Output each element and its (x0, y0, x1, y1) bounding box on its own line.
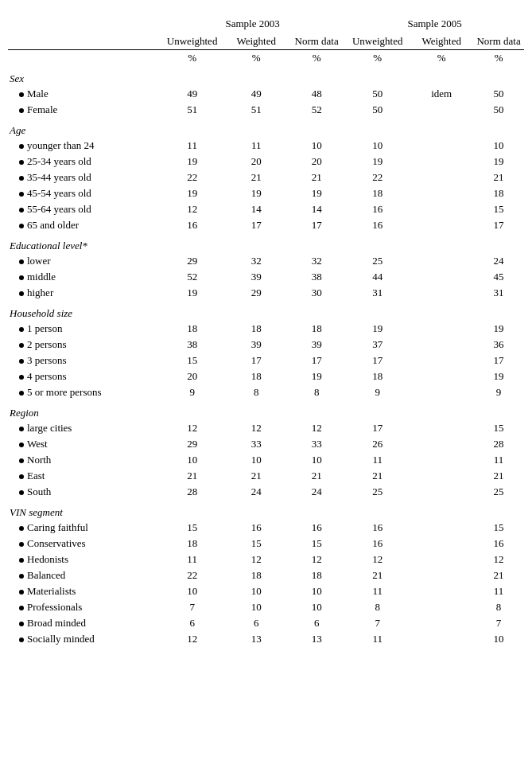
data-cell-uw05: 26 (345, 436, 410, 452)
item-label: 65 and older (8, 217, 160, 233)
data-cell-uw03: 38 (160, 337, 224, 353)
data-cell-w03: 6 (224, 615, 288, 631)
data-cell-uw03: 7 (160, 599, 224, 615)
data-cell-n03: 33 (288, 436, 345, 452)
data-cell-n03: 8 (288, 384, 345, 400)
data-cell-uw05: 11 (345, 631, 410, 647)
data-cell-w03: 29 (224, 285, 288, 301)
bullet-icon (19, 490, 24, 495)
data-cell-uw03: 16 (160, 217, 224, 233)
data-cell-uw05: 22 (345, 170, 410, 185)
data-cell-n05: 19 (473, 368, 524, 384)
item-label: 35-44 years old (8, 170, 160, 185)
data-cell-n05: 12 (473, 552, 524, 567)
data-cell-uw05: 17 (345, 420, 410, 436)
pct-n05: % (473, 50, 524, 67)
bullet-icon (19, 160, 24, 165)
data-cell-n03: 21 (288, 468, 345, 484)
data-cell-uw05: 11 (345, 452, 410, 468)
data-cell-n05: 21 (473, 468, 524, 484)
row-label-header (8, 33, 160, 50)
data-cell-w05 (410, 217, 473, 233)
item-label: younger than 24 (8, 138, 160, 154)
data-cell-n03: 15 (288, 536, 345, 552)
bullet-icon (19, 458, 24, 463)
data-cell-n03: 48 (288, 86, 345, 102)
data-cell-n05: 7 (473, 615, 524, 631)
data-cell-w03: 10 (224, 583, 288, 599)
item-label: higher (8, 285, 160, 301)
data-cell-w03: 13 (224, 631, 288, 647)
data-cell-n03: 32 (288, 253, 345, 269)
data-cell-uw03: 10 (160, 583, 224, 599)
data-cell-uw05: 12 (345, 552, 410, 567)
item-label: Female (8, 102, 160, 118)
item-label: 4 persons (8, 368, 160, 384)
data-cell-uw05: 16 (345, 201, 410, 217)
data-cell-uw03: 9 (160, 384, 224, 400)
bullet-icon (19, 192, 24, 197)
bullet-icon (19, 474, 24, 479)
pct-uw05: % (345, 50, 410, 67)
table-row: 35-44 years old2221212221 (8, 170, 524, 185)
data-cell-n03: 19 (288, 368, 345, 384)
data-cell-n03: 18 (288, 567, 345, 583)
data-cell-uw03: 11 (160, 552, 224, 567)
data-cell-n05: 11 (473, 583, 524, 599)
data-cell-n03: 38 (288, 269, 345, 285)
data-cell-w03: 32 (224, 253, 288, 269)
column-label-row: Unweighted Weighted Norm data Unweighted… (8, 33, 524, 50)
pct-w05: % (410, 50, 473, 67)
data-cell-n05: 19 (473, 321, 524, 337)
data-cell-n05: 25 (473, 484, 524, 500)
bullet-icon (19, 558, 24, 563)
data-cell-n03: 6 (288, 615, 345, 631)
data-cell-n03: 10 (288, 138, 345, 154)
item-label: Materialists (8, 583, 160, 599)
data-cell-w03: 39 (224, 269, 288, 285)
data-cell-n03: 17 (288, 353, 345, 368)
data-cell-uw03: 28 (160, 484, 224, 500)
data-cell-uw05: 50 (345, 86, 410, 102)
data-cell-n05: 17 (473, 353, 524, 368)
table-row: lower2932322524 (8, 253, 524, 269)
bullet-icon (19, 526, 24, 531)
table-row: Female5151525050 (8, 102, 524, 118)
category-row: Age (8, 118, 524, 138)
data-cell-uw05: 16 (345, 520, 410, 536)
data-cell-uw05: 44 (345, 269, 410, 285)
data-cell-n05: 36 (473, 337, 524, 353)
data-cell-n05: 8 (473, 599, 524, 615)
data-cell-uw05: 17 (345, 353, 410, 368)
bullet-icon (19, 375, 24, 380)
data-cell-uw05: 18 (345, 368, 410, 384)
data-cell-n03: 10 (288, 452, 345, 468)
data-cell-n03: 12 (288, 420, 345, 436)
data-cell-n03: 16 (288, 520, 345, 536)
table-row: South2824242525 (8, 484, 524, 500)
data-cell-n05: 50 (473, 102, 524, 118)
bullet-icon (19, 144, 24, 149)
table-row: 55-64 years old1214141615 (8, 201, 524, 217)
normdata-05-header: Norm data (473, 33, 524, 50)
table-row: Balanced2218182121 (8, 567, 524, 583)
table-row: 45-54 years old1919191818 (8, 185, 524, 201)
table-row: large cities1212121715 (8, 420, 524, 436)
item-label: Hedonists (8, 552, 160, 567)
data-cell-uw05: 16 (345, 536, 410, 552)
data-cell-w05 (410, 631, 473, 647)
data-cell-uw05: 11 (345, 583, 410, 599)
empty-header (8, 16, 160, 33)
bullet-icon (19, 208, 24, 212)
data-cell-n03: 13 (288, 631, 345, 647)
data-cell-w05 (410, 353, 473, 368)
bullet-icon (19, 637, 24, 642)
unweighted-03-header: Unweighted (160, 33, 224, 50)
bullet-icon (19, 542, 24, 547)
item-label: 5 or more persons (8, 384, 160, 400)
data-cell-n05: 17 (473, 217, 524, 233)
table-row: East2121212121 (8, 468, 524, 484)
data-cell-uw05: 10 (345, 138, 410, 154)
data-cell-uw05: 25 (345, 484, 410, 500)
category-row: Sex (8, 66, 524, 86)
